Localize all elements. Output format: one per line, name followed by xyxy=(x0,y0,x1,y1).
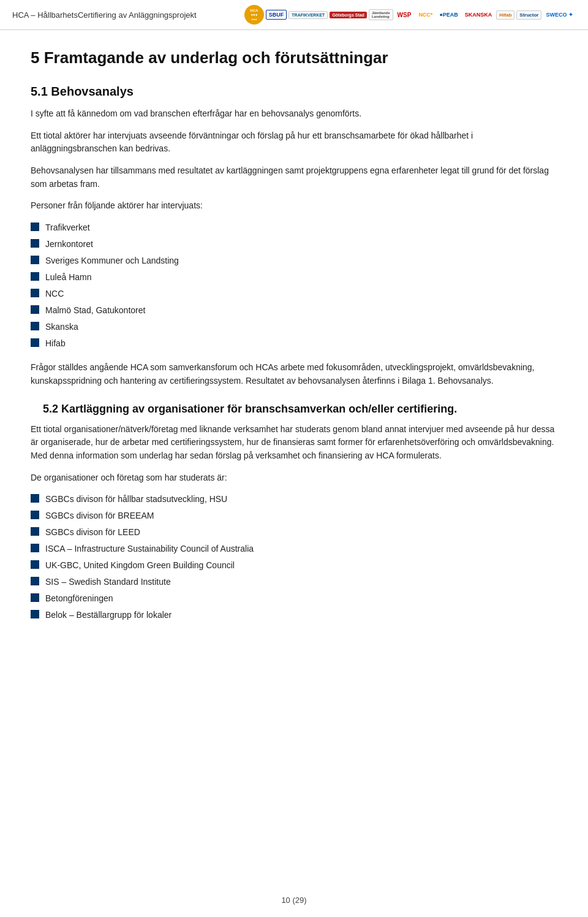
list-item: Trafikverket xyxy=(31,221,557,234)
bullet-icon xyxy=(31,289,39,297)
list-item: UK-GBC, United Kingdom Green Building Co… xyxy=(31,559,557,572)
main-content: 5 Framtagande av underlag och förutsättn… xyxy=(0,30,588,661)
interviewees-intro: Personer från följande aktörer har inter… xyxy=(31,199,557,213)
list-item-text: Jernkontoret xyxy=(45,238,93,251)
bullet-icon xyxy=(31,322,39,330)
section-5-1-para2: Ett tiotal aktörer har intervjuats avsee… xyxy=(31,129,557,156)
page-header: HCA – HållbarhetsCertifiering av Anläggn… xyxy=(0,0,588,30)
section-5-2-heading: 5.2 Kartläggning av organisationer för b… xyxy=(43,403,557,416)
bullet-icon xyxy=(31,239,39,248)
section-5-2-para1: Ett tiotal organisationer/nätverk/företa… xyxy=(31,423,557,463)
structor-logo: Structor xyxy=(516,10,541,20)
skanska-logo: SKANSKA xyxy=(462,10,495,19)
list-item-text: Belok – Beställargrupp för lokaler xyxy=(45,609,172,622)
list-item-text: SGBCs divison för hållbar stadsutvecklin… xyxy=(45,493,227,506)
wsp-logo: WSP xyxy=(395,10,414,20)
page-number: 10 (29) xyxy=(281,896,306,905)
interviewees-list: TrafikverketJernkontoretSveriges Kommune… xyxy=(31,221,557,350)
list-item-text: Malmö Stad, Gatukontoret xyxy=(45,304,145,317)
list-item-text: Skanska xyxy=(45,321,78,333)
trafikverket-logo: TRAFIKVERKET xyxy=(288,11,328,19)
jamtland-logo: JämtlandsLandsting xyxy=(369,9,393,20)
chapter-title: 5 Framtagande av underlag och förutsättn… xyxy=(31,48,557,67)
section-5-2: 5.2 Kartläggning av organisationer för b… xyxy=(31,403,557,622)
list-item-text: UK-GBC, United Kingdom Green Building Co… xyxy=(45,559,235,572)
bullet-icon xyxy=(31,577,39,585)
bullet-icon xyxy=(31,305,39,314)
list-item: Belok – Beställargrupp för lokaler xyxy=(31,609,557,622)
list-item-text: NCC xyxy=(45,287,64,300)
section-5-1: 5.1 Behovsanalys I syfte att få kännedom… xyxy=(31,85,557,388)
sweco-logo: SWECO ✦ xyxy=(543,10,576,19)
bullet-icon xyxy=(31,544,39,552)
bullet-icon xyxy=(31,511,39,519)
list-item: Skanska xyxy=(31,321,557,333)
peab-logo: ●PEAB xyxy=(437,10,460,19)
bullet-icon xyxy=(31,527,39,536)
list-item-text: Trafikverket xyxy=(45,221,90,234)
ncc-logo: NCC* xyxy=(416,10,435,19)
section-5-1-heading: 5.1 Behovsanalys xyxy=(31,85,557,99)
list-item: SGBCs divison för BREEAM xyxy=(31,509,557,522)
orgs-intro: De organisationer och företag som har st… xyxy=(31,471,557,485)
list-item-text: SIS – Swedish Standard Institute xyxy=(45,576,171,588)
list-item-text: Luleå Hamn xyxy=(45,271,92,284)
list-item: NCC xyxy=(31,287,557,300)
bullet-icon xyxy=(31,223,39,231)
bullet-icon xyxy=(31,560,39,569)
list-item: Malmö Stad, Gatukontoret xyxy=(31,304,557,317)
section-5-1-para4: Frågor ställdes angående HCA som samverk… xyxy=(31,361,557,387)
bullet-icon xyxy=(31,494,39,503)
list-item: SIS – Swedish Standard Institute xyxy=(31,576,557,588)
list-item: SGBCs divison för LEED xyxy=(31,526,557,539)
goteborg-logo: Göteborgs Stad xyxy=(330,12,367,18)
list-item-text: Betongföreningen xyxy=(45,592,113,605)
section-5-1-para3: Behovsanalysen har tillsammans med resul… xyxy=(31,164,557,191)
chapter-title-text: Framtagande av underlag och förutsättnin… xyxy=(44,48,388,67)
list-item-text: Sveriges Kommuner och Landsting xyxy=(45,254,179,267)
list-item: Sveriges Kommuner och Landsting xyxy=(31,254,557,267)
list-item: Betongföreningen xyxy=(31,592,557,605)
bullet-icon xyxy=(31,338,39,347)
sponsor-logos: HCA ●●● ●●● SBUF TRAFIKVERKET Göteborgs … xyxy=(244,5,576,25)
list-item: Luleå Hamn xyxy=(31,271,557,284)
list-item-text: SGBCs divison för LEED xyxy=(45,526,140,539)
hca-logo: HCA ●●● ●●● xyxy=(244,5,264,25)
bullet-icon xyxy=(31,593,39,602)
bullet-icon xyxy=(31,272,39,281)
section-5-1-para1: I syfte att få kännedom om vad branschen… xyxy=(31,107,557,121)
list-item-text: ISCA – Infrastructure Sustainability Cou… xyxy=(45,542,254,555)
list-item-text: Hifab xyxy=(45,337,66,350)
page-footer: 10 (29) xyxy=(0,896,588,905)
document-title: HCA – HållbarhetsCertifiering av Anläggn… xyxy=(12,10,197,20)
chapter-number: 5 xyxy=(31,48,39,67)
orgs-list: SGBCs divison för hållbar stadsutvecklin… xyxy=(31,493,557,622)
sbuf-logo: SBUF xyxy=(266,10,287,20)
list-item: Hifab xyxy=(31,337,557,350)
bullet-icon xyxy=(31,256,39,264)
hifab-logo: Hifab xyxy=(496,10,514,20)
list-item-text: SGBCs divison för BREEAM xyxy=(45,509,154,522)
list-item: Jernkontoret xyxy=(31,238,557,251)
list-item: SGBCs divison för hållbar stadsutvecklin… xyxy=(31,493,557,506)
bullet-icon xyxy=(31,610,39,618)
list-item: ISCA – Infrastructure Sustainability Cou… xyxy=(31,542,557,555)
